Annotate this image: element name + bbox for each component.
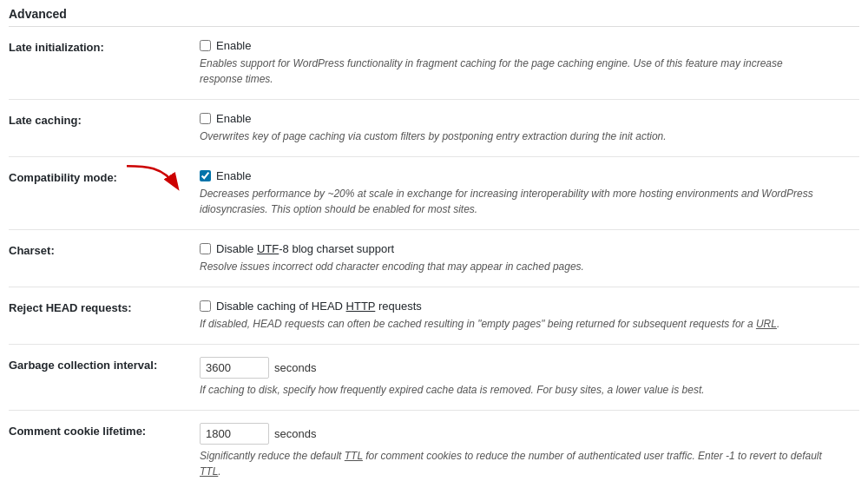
ttl-underline-1: TTL — [345, 450, 363, 462]
garbage-collection-label: Garbage collection interval: — [9, 345, 200, 411]
comment-cookie-control: seconds Significantly reduce the default… — [200, 411, 859, 492]
garbage-collection-unit: seconds — [274, 361, 316, 374]
charset-label: Charset: — [9, 230, 200, 287]
comment-cookie-row: Comment cookie lifetime: seconds Signifi… — [9, 411, 859, 492]
compatibility-mode-description: Decreases performance by ~20% at scale i… — [200, 186, 825, 217]
compatibility-mode-checkbox-label: Enable — [216, 169, 251, 182]
charset-row: Charset: Disable UTF-8 blog charset supp… — [9, 230, 859, 287]
http-underline: HTTP — [346, 300, 376, 313]
reject-head-label: Reject HEAD requests: — [9, 287, 200, 345]
late-init-row: Late initialization: Enable Enables supp… — [9, 27, 859, 100]
comment-cookie-input[interactable] — [200, 423, 269, 445]
compatibility-mode-checkbox[interactable] — [200, 170, 211, 181]
charset-control: Disable UTF-8 blog charset support Resol… — [200, 230, 859, 287]
compatibility-mode-row: Compatibility mode: Enable — [9, 157, 859, 230]
reject-head-description: If disabled, HEAD requests can often be … — [200, 316, 825, 332]
garbage-collection-input[interactable] — [200, 357, 269, 379]
late-caching-row: Late caching: Enable Overwrites key of p… — [9, 100, 859, 157]
late-caching-label: Late caching: — [9, 100, 200, 157]
garbage-collection-description: If caching to disk, specify how frequent… — [200, 382, 825, 398]
garbage-collection-row: Garbage collection interval: seconds If … — [9, 345, 859, 411]
charset-description: Resolve issues incorrect odd character e… — [200, 259, 825, 274]
reject-head-checkbox[interactable] — [200, 300, 211, 312]
garbage-collection-control: seconds If caching to disk, specify how … — [200, 345, 859, 411]
url-underline: URL — [756, 318, 777, 330]
compatibility-mode-control: Enable Decreases performance by ~20% at … — [200, 157, 859, 230]
late-init-label: Late initialization: — [9, 27, 200, 100]
late-caching-checkbox-label: Enable — [216, 112, 251, 125]
utf-underline: UTF — [257, 242, 279, 255]
settings-table: Late initialization: Enable Enables supp… — [9, 27, 859, 491]
late-caching-checkbox[interactable] — [200, 113, 211, 124]
late-init-checkbox[interactable] — [200, 40, 211, 51]
late-init-description: Enables support for WordPress functional… — [200, 56, 825, 87]
late-init-control: Enable Enables support for WordPress fun… — [200, 27, 859, 100]
section-title: Advanced — [9, 0, 859, 27]
reject-head-checkbox-label: Disable caching of HEAD HTTP requests — [216, 300, 422, 313]
charset-checkbox[interactable] — [200, 243, 211, 254]
charset-checkbox-label: Disable UTF-8 blog charset support — [216, 242, 394, 255]
reject-head-row: Reject HEAD requests: Disable caching of… — [9, 287, 859, 345]
comment-cookie-label: Comment cookie lifetime: — [9, 411, 200, 492]
reject-head-control: Disable caching of HEAD HTTP requests If… — [200, 287, 859, 345]
late-caching-control: Enable Overwrites key of page caching vi… — [200, 100, 859, 157]
late-init-checkbox-label: Enable — [216, 39, 251, 52]
comment-cookie-unit: seconds — [274, 427, 316, 440]
ttl-underline-2: TTL — [200, 465, 218, 478]
late-caching-description: Overwrites key of page caching via custo… — [200, 129, 825, 144]
comment-cookie-description: Significantly reduce the default TTL for… — [200, 448, 825, 479]
red-arrow-icon — [117, 162, 191, 198]
